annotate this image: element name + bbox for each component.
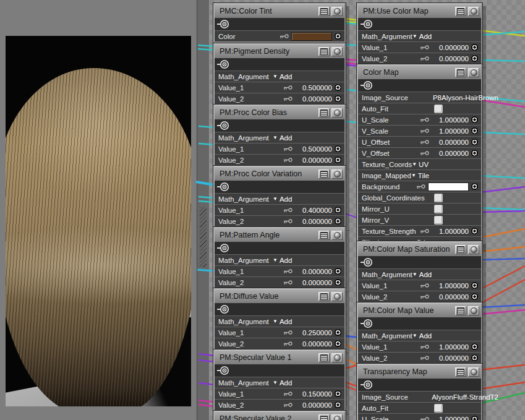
param-row-auto-fit[interactable]: Auto_Fit xyxy=(358,103,481,114)
panel-preview-button[interactable] xyxy=(331,7,343,16)
panel-preview-button[interactable] xyxy=(331,353,343,362)
panel-list-button[interactable] xyxy=(455,68,466,77)
param-row-u-offset[interactable]: U_Offset0.000000 xyxy=(358,136,481,147)
checkbox[interactable] xyxy=(434,216,443,225)
param-row-value-1[interactable]: Value_10.500000 xyxy=(215,82,344,93)
connector-dot-icon[interactable] xyxy=(334,95,342,103)
param-row-math-argument[interactable]: Math_Argument▼Add xyxy=(358,330,481,341)
value-field[interactable]: 0.000000 xyxy=(295,401,332,409)
param-row-texture-coords[interactable]: Texture_Coords▼UV xyxy=(358,158,481,169)
param-row-v-scale[interactable]: V_Scale1.000000 xyxy=(358,125,481,136)
dropdown[interactable]: ▼Add xyxy=(412,332,456,340)
param-row-value-2[interactable]: Value_20.000000 xyxy=(215,154,344,165)
param-row-math-argument[interactable]: Math_Argument▼Add xyxy=(215,132,344,143)
param-row-value-1[interactable]: Value_10.400000 xyxy=(215,204,344,215)
image-source-value[interactable]: AlysonFluff-StrandT2 xyxy=(432,393,498,401)
panel-list-button[interactable] xyxy=(318,231,330,240)
param-row-texture-strength[interactable]: Texture_Strength1.000000 xyxy=(358,225,481,236)
panel-list-button[interactable] xyxy=(455,306,466,315)
dropdown[interactable]: ▼Add xyxy=(412,271,456,278)
output-connector-icon[interactable] xyxy=(361,257,373,269)
param-row-v-offset[interactable]: V_Offset0.000000 xyxy=(358,147,481,158)
color-swatch[interactable] xyxy=(291,32,332,41)
panel-preview-button[interactable] xyxy=(331,414,343,420)
value-field[interactable]: 1.000000 xyxy=(432,416,469,420)
node-title-bar[interactable]: PM:Proc Color Variation xyxy=(215,167,344,181)
node-title-bar[interactable]: PM:Specular Value 2 xyxy=(215,412,344,420)
connector-dot-icon[interactable] xyxy=(334,156,342,164)
value-field[interactable]: 0.000000 xyxy=(295,95,332,103)
connector-dot-icon[interactable] xyxy=(471,138,479,146)
output-connector-icon[interactable] xyxy=(217,181,229,194)
param-row-value-1[interactable]: Value_10.500000 xyxy=(215,143,344,154)
dropdown[interactable]: ▼Add xyxy=(273,257,316,264)
value-field[interactable]: 0.000000 xyxy=(432,44,469,51)
param-row-value-2[interactable]: Value_20.000000 xyxy=(215,338,344,349)
value-field[interactable]: 0.500000 xyxy=(295,145,332,153)
value-field[interactable]: 0.000000 xyxy=(295,156,332,164)
param-row-value-1[interactable]: Value_10.250000 xyxy=(215,327,344,338)
param-row-image-source[interactable]: Image_SourceAlysonFluff-StrandT2 xyxy=(358,391,481,402)
param-row-value-2[interactable]: Value_20.000000 xyxy=(215,399,344,410)
output-connector-icon[interactable] xyxy=(361,379,373,392)
panel-list-button[interactable] xyxy=(318,169,330,179)
param-row-u-scale[interactable]: U_Scale1.000000 xyxy=(358,114,481,125)
panel-list-button[interactable] xyxy=(318,47,330,56)
checkbox[interactable] xyxy=(434,194,443,202)
param-row-value-1[interactable]: Value_11.000000 xyxy=(358,341,481,352)
connector-dot-icon[interactable] xyxy=(334,340,342,348)
connector-dot-icon[interactable] xyxy=(334,84,342,92)
connector-dot-icon[interactable] xyxy=(471,43,479,51)
node-title-bar[interactable]: Transparency Map xyxy=(358,365,481,379)
dropdown[interactable]: ▼Add xyxy=(273,195,316,203)
panel-preview-button[interactable] xyxy=(468,68,479,77)
param-row-value-2[interactable]: Value_20.000000 xyxy=(215,215,344,226)
panel-preview-button[interactable] xyxy=(468,367,479,377)
checkbox[interactable] xyxy=(434,404,443,413)
output-connector-icon[interactable] xyxy=(361,80,373,92)
value-field[interactable]: 0.000000 xyxy=(295,268,332,275)
connector-dot-icon[interactable] xyxy=(334,401,342,409)
connector-dot-icon[interactable] xyxy=(471,127,479,135)
value-field[interactable]: 0.000000 xyxy=(295,279,332,286)
param-row-value-2[interactable]: Value_20.000000 xyxy=(358,352,481,363)
param-row-math-argument[interactable]: Math_Argument▼Add xyxy=(215,193,344,204)
panel-preview-button[interactable] xyxy=(331,292,343,301)
node-title-bar[interactable]: PM:Proc Color Bias xyxy=(215,106,344,120)
value-field[interactable]: 1.000000 xyxy=(432,282,469,289)
param-row-mirror-u[interactable]: Mirror_U xyxy=(358,203,481,214)
connector-dot-icon[interactable] xyxy=(471,281,479,289)
panel-preview-button[interactable] xyxy=(331,47,343,56)
output-connector-icon[interactable] xyxy=(217,304,229,316)
value-field[interactable]: 0.000000 xyxy=(432,139,469,146)
panel-list-button[interactable] xyxy=(455,367,466,377)
param-row-math-argument[interactable]: Math_Argument▼Add xyxy=(358,30,481,41)
value-field[interactable]: 0.000000 xyxy=(432,55,469,62)
dropdown[interactable]: ▼Add xyxy=(273,73,316,80)
checkbox[interactable] xyxy=(434,105,443,113)
value-field[interactable]: 0.000000 xyxy=(295,340,332,348)
param-row-value-2[interactable]: Value_20.000000 xyxy=(358,291,481,302)
connector-dot-icon[interactable] xyxy=(471,182,479,191)
param-row-value-1[interactable]: Value_10.150000 xyxy=(215,388,344,399)
param-row-value-2[interactable]: Value_20.000000 xyxy=(358,53,481,64)
panel-preview-button[interactable] xyxy=(331,108,343,118)
dropdown[interactable]: ▼Add xyxy=(273,134,316,142)
param-row-math-argument[interactable]: Math_Argument▼Add xyxy=(215,254,344,265)
output-connector-icon[interactable] xyxy=(217,59,229,71)
param-row-math-argument[interactable]: Math_Argument▼Add xyxy=(215,71,344,82)
image-source-value[interactable]: P8Alyson-HairBrown xyxy=(433,94,498,101)
param-row-math-argument[interactable]: Math_Argument▼Add xyxy=(215,377,344,388)
connector-dot-icon[interactable] xyxy=(334,328,342,336)
panel-list-button[interactable] xyxy=(318,353,330,362)
param-row-value-2[interactable]: Value_20.000000 xyxy=(215,276,344,288)
panel-list-button[interactable] xyxy=(318,414,330,420)
connector-dot-icon[interactable] xyxy=(334,278,342,286)
param-row-value-1[interactable]: Value_10.000000 xyxy=(358,41,481,53)
value-field[interactable]: 0.000000 xyxy=(432,150,469,157)
connector-dot-icon[interactable] xyxy=(471,415,479,420)
dropdown[interactable]: ▼Tile xyxy=(411,172,455,179)
panel-list-button[interactable] xyxy=(318,108,330,118)
dropdown[interactable]: ▼UV xyxy=(412,161,455,168)
connector-dot-icon[interactable] xyxy=(334,217,342,225)
